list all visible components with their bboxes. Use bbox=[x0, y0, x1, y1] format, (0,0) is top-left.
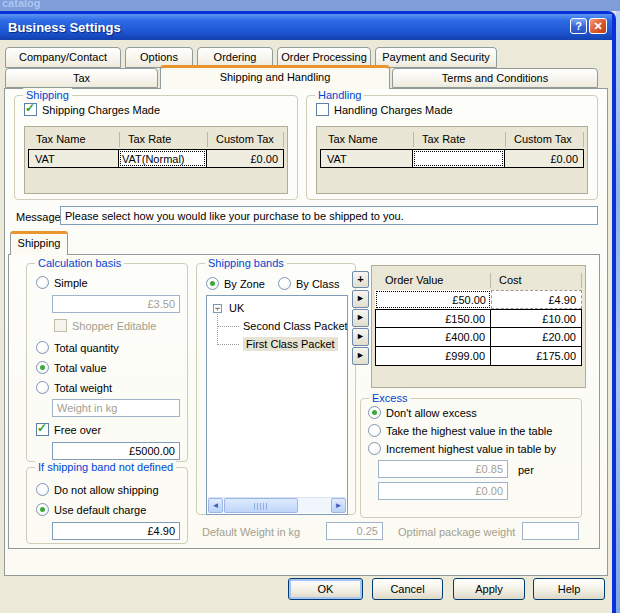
close-button[interactable]: ✕ bbox=[589, 18, 607, 34]
cancel-button[interactable]: Cancel bbox=[372, 578, 443, 600]
message-label: Message: bbox=[16, 211, 64, 223]
apply-button[interactable]: Apply bbox=[453, 578, 525, 600]
do-not-allow-shipping-radio[interactable]: Do not allow shipping bbox=[36, 483, 159, 496]
handling-charges-made-checkbox[interactable]: Handling Charges Made bbox=[316, 103, 453, 116]
tab-tax[interactable]: Tax bbox=[5, 68, 158, 88]
tab-payment-and-security[interactable]: Payment and Security bbox=[375, 47, 497, 68]
help-button[interactable]: Help bbox=[533, 578, 605, 600]
tab-shipping-and-handling[interactable]: Shipping and Handling bbox=[160, 65, 390, 89]
take-highest-value-radio[interactable]: Take the highest value in the table bbox=[368, 424, 552, 437]
cost-cell[interactable]: £10.00 bbox=[491, 310, 581, 327]
tree-node-label[interactable]: UK bbox=[229, 302, 244, 314]
custom-tax-cell[interactable]: £0.00 bbox=[207, 150, 283, 167]
ok-button[interactable]: OK bbox=[288, 578, 363, 600]
column-header-tax-rate[interactable]: Tax Rate bbox=[120, 132, 208, 147]
calculation-basis-caption: Calculation basis bbox=[35, 256, 124, 270]
order-value-cell[interactable]: £999.00 bbox=[376, 347, 491, 365]
increment-highest-radio[interactable]: Increment highest value in table by bbox=[368, 442, 556, 455]
total-value-label: Total value bbox=[54, 362, 107, 374]
tax-rate-cell[interactable] bbox=[413, 150, 505, 167]
total-value-radio[interactable]: Total value bbox=[36, 361, 107, 374]
order-value-cell[interactable]: £150.00 bbox=[376, 310, 491, 327]
increment-value-field[interactable]: £0.85 bbox=[378, 460, 508, 478]
radio-icon bbox=[368, 424, 381, 437]
cost-cell[interactable]: £4.90 bbox=[491, 290, 582, 309]
default-weight-label: Default Weight in kg bbox=[202, 526, 300, 538]
tax-name-cell[interactable]: VAT bbox=[29, 150, 119, 167]
add-band-button[interactable]: + bbox=[352, 271, 369, 288]
help-titlebar-button[interactable]: ? bbox=[570, 18, 587, 34]
shipping-charges-made-checkbox[interactable]: ✓ Shipping Charges Made bbox=[24, 103, 160, 116]
column-header-tax-name[interactable]: Tax Name bbox=[320, 132, 414, 147]
free-over-checkbox[interactable]: ✓ Free over bbox=[36, 423, 101, 436]
cost-cell[interactable]: £175.00 bbox=[491, 347, 581, 365]
shipping-tax-table-header: Tax Name Tax Rate Custom Tax bbox=[28, 130, 284, 149]
column-header-order-value[interactable]: Order Value bbox=[375, 273, 491, 288]
take-highest-value-label: Take the highest value in the table bbox=[386, 425, 552, 437]
by-class-radio[interactable]: By Class bbox=[278, 277, 339, 290]
tab-terms-and-conditions[interactable]: Terms and Conditions bbox=[392, 68, 598, 88]
shopper-editable-checkbox[interactable]: Shopper Editable bbox=[54, 319, 156, 332]
tax-name-cell[interactable]: VAT bbox=[321, 150, 413, 167]
shipping-bands-caption: Shipping bands bbox=[205, 256, 287, 270]
dont-allow-excess-radio[interactable]: Don't allow excess bbox=[368, 406, 477, 419]
scroll-left-button[interactable]: ◄ bbox=[208, 498, 223, 513]
handling-tax-row[interactable]: VAT £0.00 bbox=[320, 149, 584, 168]
column-header-custom-tax[interactable]: Custom Tax bbox=[506, 132, 584, 147]
order-value-cell[interactable]: £50.00 bbox=[375, 290, 491, 309]
tree-horizontal-scrollbar[interactable]: ◄ ► bbox=[208, 497, 346, 513]
checkbox-disabled-icon bbox=[54, 319, 67, 332]
handling-group-caption: Handling bbox=[315, 88, 364, 102]
tree-node-label-selected[interactable]: First Class Packet bbox=[243, 337, 338, 351]
by-zone-radio[interactable]: By Zone bbox=[206, 277, 265, 290]
column-header-tax-rate[interactable]: Tax Rate bbox=[414, 132, 506, 147]
band-table-body: £50.00 £4.90 £150.00 £10.00 £400.00 £20.… bbox=[375, 290, 582, 366]
increment-highest-label: Increment highest value in table by bbox=[386, 443, 556, 455]
zones-tree[interactable]: − UK Second Class Packet First Class Pac… bbox=[206, 295, 348, 515]
tree-node-second-class-packet[interactable]: Second Class Packet bbox=[243, 318, 348, 334]
column-header-tax-name[interactable]: Tax Name bbox=[28, 132, 120, 147]
checkbox-checked-icon: ✓ bbox=[24, 103, 37, 116]
custom-tax-cell[interactable]: £0.00 bbox=[505, 150, 583, 167]
radio-selected-icon bbox=[36, 361, 49, 374]
parent-window-sliver bbox=[616, 11, 620, 613]
row-selector-button[interactable]: ► bbox=[352, 328, 369, 346]
tree-node-label[interactable]: Second Class Packet bbox=[243, 320, 348, 332]
band-row-selected[interactable]: £50.00 £4.90 bbox=[375, 290, 582, 309]
message-input[interactable]: Please select how you would like your pu… bbox=[60, 206, 598, 225]
row-arrow-icon: ► bbox=[356, 312, 365, 322]
per-value-field[interactable]: £0.00 bbox=[378, 482, 508, 500]
default-weight-field[interactable]: 0.25 bbox=[326, 522, 383, 540]
left-arrow-icon: ◄ bbox=[212, 501, 220, 510]
band-row[interactable]: £150.00 £10.00 bbox=[375, 309, 582, 328]
total-quantity-radio[interactable]: Total quantity bbox=[36, 341, 119, 354]
band-row[interactable]: £999.00 £175.00 bbox=[375, 347, 582, 366]
column-header-cost[interactable]: Cost bbox=[491, 273, 582, 288]
simple-charge-field[interactable]: £3.50 bbox=[52, 295, 180, 313]
use-default-charge-radio[interactable]: Use default charge bbox=[36, 503, 146, 516]
default-charge-field[interactable]: £4.90 bbox=[52, 522, 180, 540]
tax-rate-cell[interactable]: VAT(Normal) bbox=[119, 150, 207, 167]
tree-node-first-class-packet[interactable]: First Class Packet bbox=[243, 336, 338, 352]
row-selector-button[interactable]: ► bbox=[352, 290, 369, 308]
scrollbar-thumb[interactable] bbox=[224, 498, 298, 513]
optimal-package-weight-field[interactable] bbox=[522, 522, 579, 540]
tab-company-contact[interactable]: Company/Contact bbox=[5, 47, 121, 68]
per-label: per bbox=[518, 464, 534, 476]
band-row[interactable]: £400.00 £20.00 bbox=[375, 328, 582, 347]
row-selector-button[interactable]: ► bbox=[352, 347, 369, 365]
parent-window-title: catalog bbox=[2, 0, 41, 9]
column-header-custom-tax[interactable]: Custom Tax bbox=[208, 132, 284, 147]
subtab-shipping[interactable]: Shipping bbox=[10, 231, 68, 255]
scroll-right-button[interactable]: ► bbox=[331, 498, 346, 513]
cost-cell[interactable]: £20.00 bbox=[491, 328, 581, 346]
row-arrow-icon: ► bbox=[356, 331, 365, 341]
order-value-cell[interactable]: £400.00 bbox=[376, 328, 491, 346]
row-selector-button[interactable]: ► bbox=[352, 309, 369, 327]
shipping-tax-row[interactable]: VAT VAT(Normal) £0.00 bbox=[28, 149, 284, 168]
band-not-defined-caption: If shipping band not defined bbox=[35, 460, 176, 474]
simple-radio[interactable]: Simple bbox=[36, 276, 88, 289]
total-weight-radio[interactable]: Total weight bbox=[36, 381, 112, 394]
weight-in-kg-field[interactable]: Weight in kg bbox=[52, 399, 180, 417]
free-over-value-field[interactable]: £5000.00 bbox=[52, 442, 180, 460]
